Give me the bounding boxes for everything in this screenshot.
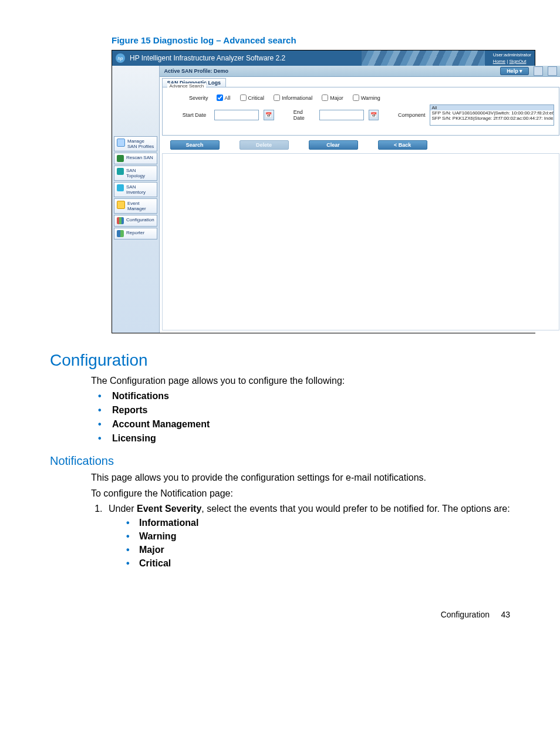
component-option[interactable]: SFP S/N: PKK1ZX6|Storage: 2f:f7:00:02:ac…	[430, 116, 554, 121]
help-menu[interactable]: Help ▾	[500, 67, 529, 75]
notif-text-2: To configure the Notification page:	[91, 487, 510, 500]
severity-informational-checkbox[interactable]: Informational	[274, 94, 312, 101]
severity-critical-input[interactable]	[240, 94, 247, 101]
list-item: Reports	[91, 405, 510, 416]
sidebar-item-rescan[interactable]: Rescan SAN	[114, 153, 157, 164]
user-label: User:administrator	[493, 52, 531, 58]
severity-all-checkbox[interactable]: All	[217, 94, 231, 101]
list-item: Licensing	[91, 433, 510, 444]
sidebar-item-label: Reporter	[126, 230, 144, 235]
sidebar-item-reporter[interactable]: Reporter	[114, 228, 157, 239]
topology-icon	[117, 168, 124, 175]
list-item: Critical	[122, 558, 510, 569]
severity-warning-checkbox[interactable]: Warning	[353, 94, 380, 101]
home-link[interactable]: Home	[493, 59, 505, 64]
inventory-icon	[117, 184, 124, 191]
profile-bar: Active SAN Profile: Demo Help ▾	[160, 66, 560, 77]
footer-page-number: 43	[501, 610, 510, 619]
start-date-calendar-icon[interactable]: 📅	[264, 110, 274, 120]
user-info-block: User:administrator Home | SignOut	[493, 52, 531, 65]
minimize-icon[interactable]	[534, 66, 543, 76]
severity-row: Severity All Critical Informational	[167, 94, 555, 101]
sidebar-item-label: Rescan SAN	[126, 155, 153, 160]
severity-all-input[interactable]	[217, 94, 223, 101]
list-item: Warning	[122, 531, 510, 542]
app-title: HP Intelligent Infrastructure Analyzer S…	[130, 54, 285, 62]
delete-button: Delete	[239, 140, 289, 150]
component-option[interactable]: SFP S/N: UAF10816000043V|Switch: 10:00:0…	[430, 110, 554, 116]
search-button[interactable]: Search	[170, 140, 220, 150]
sidebar-item-label: Event Manager	[127, 201, 154, 211]
sidebar-item-label: SAN Inventory	[126, 184, 154, 195]
component-label: Component	[398, 112, 426, 118]
sidebar-item-manage-profiles[interactable]: Manage SAN Profiles	[114, 136, 157, 151]
component-option[interactable]: All	[430, 105, 554, 110]
list-item: Notifications	[91, 391, 510, 401]
list-item: Account Management	[91, 419, 510, 430]
notification-steps: Under Event Severity, select the events …	[91, 504, 510, 569]
sidebar-item-event-manager[interactable]: Event Manager	[114, 198, 157, 214]
severity-informational-input[interactable]	[274, 94, 280, 101]
clear-button[interactable]: Clear	[309, 140, 358, 150]
start-date-input[interactable]	[214, 110, 259, 120]
sidebar-item-label: SAN Topology	[126, 168, 154, 178]
dates-row: Start Date 📅 End Date 📅 Component All SF…	[167, 104, 555, 126]
advance-search-panel: Advance Search Severity All Critical	[162, 87, 560, 136]
action-button-row: Search Delete Clear < Back	[160, 138, 560, 153]
sidebar-item-label: Manage SAN Profiles	[127, 139, 154, 149]
start-date-label: Start Date	[167, 112, 210, 118]
end-date-input[interactable]	[319, 110, 364, 120]
severity-major-input[interactable]	[322, 94, 328, 101]
sidebar-item-configuration[interactable]: Configuration	[114, 215, 157, 227]
step-1: Under Event Severity, select the events …	[105, 504, 510, 569]
page-footer: Configuration 43	[50, 610, 510, 619]
config-items-list: Notifications Reports Account Management…	[91, 391, 510, 444]
configuration-icon	[117, 217, 124, 224]
severity-label: Severity	[167, 95, 212, 101]
results-area	[162, 153, 560, 330]
advance-search-legend: Advance Search	[167, 83, 207, 89]
back-button[interactable]: < Back	[378, 140, 427, 150]
config-intro-text: The Configuration page allows you to con…	[91, 374, 510, 387]
sidebar: Manage SAN Profiles Rescan SAN SAN Topol…	[112, 66, 160, 333]
maximize-icon[interactable]	[548, 66, 557, 76]
reporter-icon	[117, 230, 124, 237]
heading-notifications: Notifications	[50, 454, 510, 468]
severity-options-list: Informational Warning Major Critical	[122, 518, 510, 569]
figure-caption: Figure 15 Diagnostic log – Advanced sear…	[112, 35, 510, 45]
profiles-icon	[117, 139, 125, 147]
signout-link[interactable]: SignOut	[510, 59, 527, 64]
screenshot-frame: hp HP Intelligent Infrastructure Analyze…	[112, 50, 535, 333]
notif-text-1: This page allows you to provide the conf…	[91, 471, 510, 484]
heading-configuration: Configuration	[50, 351, 510, 370]
component-listbox[interactable]: All SFP S/N: UAF10816000043V|Switch: 10:…	[430, 104, 554, 126]
footer-section-label: Configuration	[441, 610, 490, 619]
tab-strip: SAN Diagnostic Logs	[160, 77, 560, 87]
event-manager-icon	[117, 201, 125, 209]
list-item: Informational	[122, 518, 510, 528]
severity-critical-checkbox[interactable]: Critical	[240, 94, 265, 101]
sidebar-item-inventory[interactable]: SAN Inventory	[114, 182, 157, 197]
main-panel: Active SAN Profile: Demo Help ▾ SAN Diag…	[160, 66, 560, 333]
sidebar-item-label: Configuration	[126, 217, 154, 222]
end-date-label: End Date	[294, 109, 315, 121]
titlebar-banner-image	[362, 50, 485, 66]
severity-warning-input[interactable]	[353, 94, 359, 101]
active-profile-label: Active SAN Profile: Demo	[164, 68, 229, 74]
app-titlebar: hp HP Intelligent Infrastructure Analyze…	[112, 50, 535, 66]
hp-logo-icon: hp	[116, 53, 125, 63]
end-date-calendar-icon[interactable]: 📅	[369, 110, 379, 120]
severity-major-checkbox[interactable]: Major	[322, 94, 343, 101]
list-item: Major	[122, 545, 510, 555]
rescan-icon	[117, 155, 124, 162]
sidebar-item-topology[interactable]: SAN Topology	[114, 166, 157, 181]
